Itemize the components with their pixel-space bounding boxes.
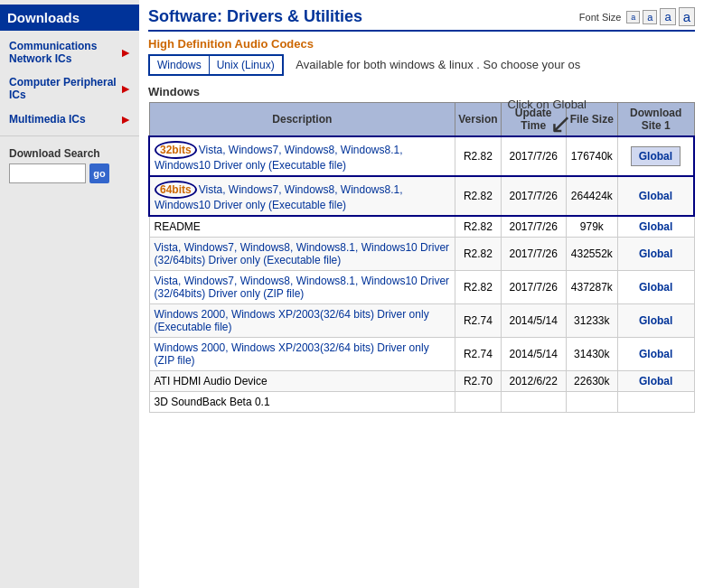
description-link[interactable]: Vista, Windows7, Windows8, Windows8.1, W… [155,275,450,300]
cell-download: Global [617,338,694,371]
table-row: Vista, Windows7, Windows8, Windows8.1, W… [149,271,694,304]
sidebar: Downloads Communications Network ICs ► C… [0,0,139,588]
cell-description: 3D SoundBack Beta 0.1 [149,392,455,413]
search-button[interactable]: go [89,163,109,183]
subsection-title: Windows [148,85,695,98]
cell-update-time: 2017/7/26 [501,238,566,271]
cell-update-time: 2012/6/22 [501,371,566,392]
page-title: Software: Drivers & Utilities [148,7,362,26]
sidebar-item-comm-network[interactable]: Communications Network ICs ► [0,34,139,70]
sidebar-item-multimedia[interactable]: Multimedia ICs ► [0,107,139,132]
table-row: Vista, Windows7, Windows8, Windows8.1, W… [149,238,694,271]
col-description: Description [149,103,455,137]
description-link[interactable]: Vista, Windows7, Windows8, Windows8.1, W… [155,241,450,266]
description-link[interactable]: Windows 2000, Windows XP/2003(32/64 bits… [155,308,429,333]
col-version: Version [455,103,501,137]
cell-download: Global [617,216,694,238]
cell-version: R2.82 [455,176,501,216]
cell-update-time: 2017/7/26 [501,216,566,238]
cell-update-time: 2017/7/26 [501,176,566,216]
description-text: README [155,220,201,233]
annotation-text: Click on Global [508,98,587,111]
sidebar-title: Downloads [0,5,139,31]
cell-download: Global [617,136,694,176]
download-link[interactable]: Global [639,348,672,360]
table-row: ATI HDMI Audio DeviceR2.702012/6/2222630… [149,371,694,392]
font-size-xlarge[interactable]: a [679,7,695,26]
description-text: ATI HDMI Audio Device [155,375,268,387]
cell-download: Global [617,176,694,216]
cell-version: R2.74 [455,304,501,338]
tab-unix-linux[interactable]: Unix (Linux) [210,56,282,74]
cell-update-time: 2014/5/14 [501,338,566,371]
cell-description: README [149,216,455,238]
font-size-small[interactable]: a [626,11,640,23]
annotation-arrow-icon: ↙ [535,107,587,139]
cell-update-time: 2014/5/14 [501,304,566,338]
main-header: Software: Drivers & Utilities Font Size … [148,7,695,32]
sidebar-item-label: Communications Network ICs [9,40,119,65]
cell-version: R2.82 [455,136,501,176]
download-link[interactable]: Global [639,375,672,387]
cell-description: 32bitsVista, Windows7, Windows8, Windows… [149,136,455,176]
cell-description: Windows 2000, Windows XP/2003(32/64 bits… [149,338,455,371]
sidebar-item-label: Computer Peripheral ICs [9,76,119,101]
cell-file-size: 264424k [566,176,617,216]
cell-download: Global [617,271,694,304]
download-link[interactable]: Global [639,190,672,202]
font-size-label: Font Size [579,12,621,23]
sidebar-item-label: Multimedia ICs [9,113,86,126]
cell-file-size: 979k [566,216,617,238]
os-tabs: Windows Unix (Linux) [148,54,284,76]
font-size-large[interactable]: a [660,8,675,25]
description-link[interactable]: Windows 2000, Windows XP/2003(32/64 bits… [155,341,429,367]
cell-description: ATI HDMI Audio Device [149,371,455,392]
click-annotation: Click on Global ↙ [508,98,587,139]
main-content: Software: Drivers & Utilities Font Size … [139,0,704,588]
cell-description: Vista, Windows7, Windows8, Windows8.1, W… [149,238,455,271]
arrow-icon: ► [119,45,132,60]
search-area: go [0,163,139,183]
cell-description: Vista, Windows7, Windows8, Windows8.1, W… [149,271,455,304]
download-link[interactable]: Global [639,314,672,327]
font-size-controls: Font Size a a a a [579,7,695,26]
cell-file-size: 176740k [566,136,617,176]
arrow-icon: ► [119,81,132,96]
cell-file-size: 31233k [566,304,617,338]
table-row: Windows 2000, Windows XP/2003(32/64 bits… [149,304,694,338]
cell-file-size: 432552k [566,238,617,271]
cell-file-size: 22630k [566,371,617,392]
download-global-button[interactable]: Global [631,146,681,166]
cell-download: Global [617,371,694,392]
table-row: 64bitsVista, Windows7, Windows8, Windows… [149,176,694,216]
download-link[interactable]: Global [639,247,672,260]
search-label: Download Search [0,140,139,163]
tab-windows[interactable]: Windows [150,56,210,74]
cell-version: R2.82 [455,271,501,304]
cell-update-time [501,392,566,413]
arrow-icon: ► [119,112,132,126]
search-input[interactable] [9,163,86,183]
cell-version: R2.74 [455,338,501,371]
cell-version: R2.70 [455,371,501,392]
description-text: 3D SoundBack Beta 0.1 [155,396,270,408]
download-table: Description Version Update Time File Siz… [148,102,695,413]
cell-description: 64bitsVista, Windows7, Windows8, Windows… [149,176,455,216]
sidebar-item-computer-peripheral[interactable]: Computer Peripheral ICs ► [0,70,139,107]
download-link[interactable]: Global [639,281,672,294]
table-row: 3D SoundBack Beta 0.1 [149,392,694,413]
table-row: 32bitsVista, Windows7, Windows8, Windows… [149,136,694,176]
bits-badge: 32bits [155,141,197,159]
font-size-medium[interactable]: a [643,10,657,24]
cell-file-size: 31430k [566,338,617,371]
section-title: High Definition Audio Codecs [148,37,695,51]
cell-file-size [566,392,617,413]
sidebar-divider [0,135,139,136]
bits-badge: 64bits [155,181,197,199]
download-link[interactable]: Global [639,220,672,233]
cell-download [617,392,694,413]
cell-file-size: 437287k [566,271,617,304]
os-note: Available for both windows & linux . So … [296,58,580,71]
cell-description: Windows 2000, Windows XP/2003(32/64 bits… [149,304,455,338]
cell-update-time: 2017/7/26 [501,136,566,176]
